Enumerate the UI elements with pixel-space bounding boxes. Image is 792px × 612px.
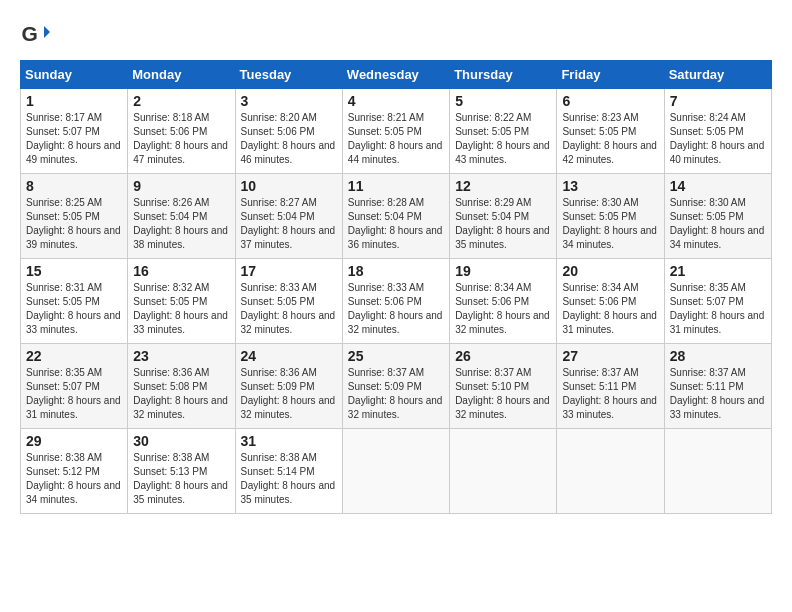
day-info: Sunrise: 8:38 AMSunset: 5:12 PMDaylight:… xyxy=(26,452,121,505)
weekday-header: Wednesday xyxy=(342,61,449,89)
calendar-day-cell: 6 Sunrise: 8:23 AMSunset: 5:05 PMDayligh… xyxy=(557,89,664,174)
day-number: 16 xyxy=(133,263,229,279)
day-info: Sunrise: 8:20 AMSunset: 5:06 PMDaylight:… xyxy=(241,112,336,165)
calendar-day-cell: 7 Sunrise: 8:24 AMSunset: 5:05 PMDayligh… xyxy=(664,89,771,174)
day-number: 28 xyxy=(670,348,766,364)
calendar-day-cell: 28 Sunrise: 8:37 AMSunset: 5:11 PMDaylig… xyxy=(664,344,771,429)
day-number: 14 xyxy=(670,178,766,194)
calendar-day-cell: 8 Sunrise: 8:25 AMSunset: 5:05 PMDayligh… xyxy=(21,174,128,259)
day-info: Sunrise: 8:29 AMSunset: 5:04 PMDaylight:… xyxy=(455,197,550,250)
day-number: 17 xyxy=(241,263,337,279)
calendar-day-cell: 27 Sunrise: 8:37 AMSunset: 5:11 PMDaylig… xyxy=(557,344,664,429)
day-info: Sunrise: 8:37 AMSunset: 5:11 PMDaylight:… xyxy=(670,367,765,420)
weekday-header: Saturday xyxy=(664,61,771,89)
calendar-day-cell: 1 Sunrise: 8:17 AMSunset: 5:07 PMDayligh… xyxy=(21,89,128,174)
calendar-day-cell xyxy=(450,429,557,514)
day-number: 9 xyxy=(133,178,229,194)
calendar-day-cell: 4 Sunrise: 8:21 AMSunset: 5:05 PMDayligh… xyxy=(342,89,449,174)
day-number: 19 xyxy=(455,263,551,279)
day-info: Sunrise: 8:35 AMSunset: 5:07 PMDaylight:… xyxy=(26,367,121,420)
day-info: Sunrise: 8:27 AMSunset: 5:04 PMDaylight:… xyxy=(241,197,336,250)
day-info: Sunrise: 8:36 AMSunset: 5:08 PMDaylight:… xyxy=(133,367,228,420)
calendar-week-row: 8 Sunrise: 8:25 AMSunset: 5:05 PMDayligh… xyxy=(21,174,772,259)
calendar-day-cell: 23 Sunrise: 8:36 AMSunset: 5:08 PMDaylig… xyxy=(128,344,235,429)
day-number: 7 xyxy=(670,93,766,109)
day-number: 30 xyxy=(133,433,229,449)
day-number: 27 xyxy=(562,348,658,364)
calendar-day-cell: 29 Sunrise: 8:38 AMSunset: 5:12 PMDaylig… xyxy=(21,429,128,514)
day-number: 5 xyxy=(455,93,551,109)
day-info: Sunrise: 8:22 AMSunset: 5:05 PMDaylight:… xyxy=(455,112,550,165)
day-number: 24 xyxy=(241,348,337,364)
calendar-day-cell: 2 Sunrise: 8:18 AMSunset: 5:06 PMDayligh… xyxy=(128,89,235,174)
day-number: 20 xyxy=(562,263,658,279)
day-number: 15 xyxy=(26,263,122,279)
svg-text:G: G xyxy=(22,22,38,45)
day-number: 12 xyxy=(455,178,551,194)
calendar-day-cell xyxy=(664,429,771,514)
calendar-day-cell: 19 Sunrise: 8:34 AMSunset: 5:06 PMDaylig… xyxy=(450,259,557,344)
day-info: Sunrise: 8:21 AMSunset: 5:05 PMDaylight:… xyxy=(348,112,443,165)
calendar-day-cell: 10 Sunrise: 8:27 AMSunset: 5:04 PMDaylig… xyxy=(235,174,342,259)
day-number: 22 xyxy=(26,348,122,364)
calendar-day-cell: 26 Sunrise: 8:37 AMSunset: 5:10 PMDaylig… xyxy=(450,344,557,429)
svg-marker-1 xyxy=(44,26,50,38)
day-info: Sunrise: 8:34 AMSunset: 5:06 PMDaylight:… xyxy=(562,282,657,335)
day-info: Sunrise: 8:37 AMSunset: 5:10 PMDaylight:… xyxy=(455,367,550,420)
calendar-week-row: 29 Sunrise: 8:38 AMSunset: 5:12 PMDaylig… xyxy=(21,429,772,514)
day-number: 31 xyxy=(241,433,337,449)
calendar-day-cell: 12 Sunrise: 8:29 AMSunset: 5:04 PMDaylig… xyxy=(450,174,557,259)
day-info: Sunrise: 8:24 AMSunset: 5:05 PMDaylight:… xyxy=(670,112,765,165)
calendar-day-cell: 9 Sunrise: 8:26 AMSunset: 5:04 PMDayligh… xyxy=(128,174,235,259)
day-number: 21 xyxy=(670,263,766,279)
calendar-week-row: 15 Sunrise: 8:31 AMSunset: 5:05 PMDaylig… xyxy=(21,259,772,344)
calendar-day-cell: 20 Sunrise: 8:34 AMSunset: 5:06 PMDaylig… xyxy=(557,259,664,344)
day-number: 26 xyxy=(455,348,551,364)
weekday-header: Thursday xyxy=(450,61,557,89)
day-number: 4 xyxy=(348,93,444,109)
logo: G xyxy=(20,20,54,50)
day-info: Sunrise: 8:31 AMSunset: 5:05 PMDaylight:… xyxy=(26,282,121,335)
calendar-day-cell: 11 Sunrise: 8:28 AMSunset: 5:04 PMDaylig… xyxy=(342,174,449,259)
day-number: 2 xyxy=(133,93,229,109)
day-info: Sunrise: 8:34 AMSunset: 5:06 PMDaylight:… xyxy=(455,282,550,335)
weekday-header: Friday xyxy=(557,61,664,89)
calendar-week-row: 1 Sunrise: 8:17 AMSunset: 5:07 PMDayligh… xyxy=(21,89,772,174)
day-info: Sunrise: 8:35 AMSunset: 5:07 PMDaylight:… xyxy=(670,282,765,335)
day-number: 8 xyxy=(26,178,122,194)
day-info: Sunrise: 8:26 AMSunset: 5:04 PMDaylight:… xyxy=(133,197,228,250)
day-info: Sunrise: 8:30 AMSunset: 5:05 PMDaylight:… xyxy=(562,197,657,250)
day-info: Sunrise: 8:32 AMSunset: 5:05 PMDaylight:… xyxy=(133,282,228,335)
day-info: Sunrise: 8:38 AMSunset: 5:14 PMDaylight:… xyxy=(241,452,336,505)
calendar-day-cell: 13 Sunrise: 8:30 AMSunset: 5:05 PMDaylig… xyxy=(557,174,664,259)
weekday-header: Sunday xyxy=(21,61,128,89)
day-number: 18 xyxy=(348,263,444,279)
day-number: 1 xyxy=(26,93,122,109)
calendar-day-cell: 14 Sunrise: 8:30 AMSunset: 5:05 PMDaylig… xyxy=(664,174,771,259)
day-info: Sunrise: 8:25 AMSunset: 5:05 PMDaylight:… xyxy=(26,197,121,250)
calendar-day-cell: 15 Sunrise: 8:31 AMSunset: 5:05 PMDaylig… xyxy=(21,259,128,344)
day-number: 6 xyxy=(562,93,658,109)
page-header: G xyxy=(20,20,772,50)
day-info: Sunrise: 8:33 AMSunset: 5:06 PMDaylight:… xyxy=(348,282,443,335)
day-info: Sunrise: 8:17 AMSunset: 5:07 PMDaylight:… xyxy=(26,112,121,165)
weekday-header-row: SundayMondayTuesdayWednesdayThursdayFrid… xyxy=(21,61,772,89)
logo-icon: G xyxy=(20,20,50,50)
calendar-day-cell xyxy=(342,429,449,514)
calendar-day-cell: 17 Sunrise: 8:33 AMSunset: 5:05 PMDaylig… xyxy=(235,259,342,344)
day-info: Sunrise: 8:37 AMSunset: 5:11 PMDaylight:… xyxy=(562,367,657,420)
calendar-day-cell: 30 Sunrise: 8:38 AMSunset: 5:13 PMDaylig… xyxy=(128,429,235,514)
calendar-day-cell xyxy=(557,429,664,514)
weekday-header: Monday xyxy=(128,61,235,89)
day-info: Sunrise: 8:37 AMSunset: 5:09 PMDaylight:… xyxy=(348,367,443,420)
day-number: 25 xyxy=(348,348,444,364)
day-number: 29 xyxy=(26,433,122,449)
day-number: 10 xyxy=(241,178,337,194)
day-info: Sunrise: 8:23 AMSunset: 5:05 PMDaylight:… xyxy=(562,112,657,165)
day-number: 3 xyxy=(241,93,337,109)
calendar-table: SundayMondayTuesdayWednesdayThursdayFrid… xyxy=(20,60,772,514)
calendar-day-cell: 25 Sunrise: 8:37 AMSunset: 5:09 PMDaylig… xyxy=(342,344,449,429)
day-number: 13 xyxy=(562,178,658,194)
calendar-day-cell: 24 Sunrise: 8:36 AMSunset: 5:09 PMDaylig… xyxy=(235,344,342,429)
calendar-day-cell: 22 Sunrise: 8:35 AMSunset: 5:07 PMDaylig… xyxy=(21,344,128,429)
